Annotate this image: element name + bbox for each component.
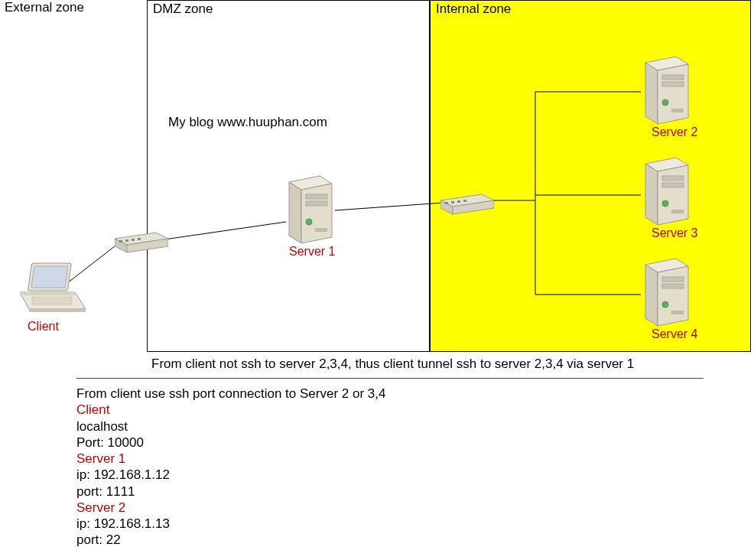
svg-rect-18 [125,239,128,242]
details-server1-name: Server 1 [76,451,385,467]
server4-label: Server 4 [652,327,697,341]
svg-rect-38 [662,75,684,80]
server1-icon [283,174,338,248]
details-server1-ip: ip: 192.168.1.12 [76,467,385,483]
details-server1-port: port: 1111 [76,483,385,500]
details-block: From client use ssh port connection to S… [76,386,385,549]
svg-marker-22 [289,182,301,243]
external-zone-label: External zone [5,0,84,15]
svg-rect-41 [671,109,684,112]
svg-rect-31 [445,202,448,204]
svg-rect-39 [662,82,684,86]
laptop-icon [14,260,86,317]
switch-icon-1 [115,230,168,257]
divider-line [76,378,704,379]
svg-rect-34 [463,200,466,202]
svg-marker-44 [658,165,688,225]
svg-rect-13 [32,297,72,304]
details-client-host: localhost [76,418,385,435]
svg-marker-23 [301,184,332,243]
server3-label: Server 3 [652,226,697,240]
svg-rect-9 [31,266,68,288]
svg-rect-33 [457,200,460,203]
svg-rect-17 [119,240,122,243]
svg-rect-20 [138,238,141,240]
svg-point-40 [662,99,668,106]
svg-rect-55 [671,311,684,314]
server2-icon [639,55,694,129]
svg-marker-12 [29,309,86,312]
dmz-zone-label: DMZ zone [153,2,213,17]
svg-rect-25 [306,201,327,206]
svg-rect-32 [451,201,454,203]
svg-point-54 [662,301,668,308]
internal-zone-label: Internal zone [436,2,511,17]
blog-text: My blog www.huuphan.com [168,115,327,130]
details-server2-port: port: 22 [76,532,385,548]
server4-icon [639,257,694,330]
svg-rect-45 [662,176,684,181]
svg-marker-11 [20,292,75,295]
details-heading: From client use ssh port connection to S… [76,386,385,402]
svg-rect-53 [662,284,684,288]
client-label: Client [28,320,59,334]
svg-marker-37 [658,64,688,124]
svg-rect-46 [662,183,684,187]
internal-zone-box [430,0,751,352]
svg-marker-51 [658,266,688,326]
svg-rect-52 [662,277,684,282]
server2-label: Server 2 [652,125,697,139]
svg-rect-19 [132,239,135,241]
details-client-name: Client [76,402,385,418]
details-client-port: Port: 10000 [76,435,385,451]
svg-point-26 [306,219,312,225]
svg-marker-36 [645,63,658,124]
svg-point-47 [662,200,668,207]
svg-marker-50 [645,265,658,326]
diagram-caption: From client not ssh to server 2,3,4, thu… [151,357,634,372]
server1-label: Server 1 [289,245,335,259]
details-server2-name: Server 2 [76,500,385,516]
server3-icon [639,156,694,230]
svg-rect-24 [306,194,327,199]
svg-marker-43 [645,164,658,225]
switch-icon-2 [440,191,494,219]
svg-rect-48 [671,210,684,213]
svg-rect-27 [315,228,327,232]
details-server2-ip: ip: 192.168.1.13 [76,516,385,532]
